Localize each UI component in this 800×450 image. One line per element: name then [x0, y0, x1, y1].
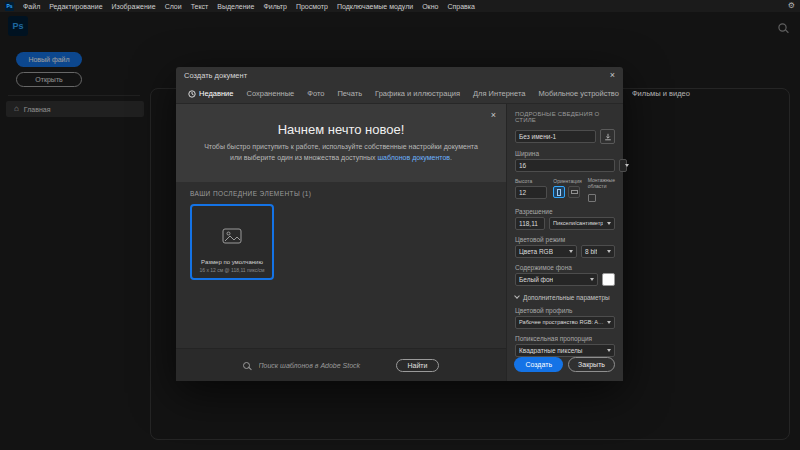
templates-link[interactable]: шаблонов документов — [377, 154, 450, 161]
advanced-options-toggle[interactable]: Дополнительные параметры — [515, 294, 615, 301]
menu-view[interactable]: Просмотр — [296, 3, 328, 10]
color-mode-label: Цветовой режим — [515, 236, 615, 243]
recent-items-section: ВАШИ ПОСЛЕДНИЕ ЭЛЕМЕНТЫ (1) Размер по ум… — [176, 182, 506, 348]
color-mode-select[interactable]: Цвета RGB — [515, 245, 577, 258]
clock-icon — [188, 90, 196, 98]
background-contents-select[interactable]: Белый фон — [515, 273, 598, 286]
gear-icon[interactable]: ⚙ — [788, 2, 795, 10]
width-label: Ширина — [515, 150, 615, 157]
chevron-down-icon — [625, 164, 629, 167]
document-name-input[interactable] — [515, 130, 596, 143]
template-search-input[interactable] — [257, 361, 389, 370]
chevron-down-icon — [590, 278, 594, 281]
save-preset-button[interactable] — [600, 129, 615, 144]
chevron-down-icon — [607, 349, 611, 352]
hero-subtitle: Чтобы быстро приступить к работе, исполь… — [202, 142, 480, 164]
find-button[interactable]: Найти — [396, 359, 440, 372]
tab-recent[interactable]: Недавние — [188, 89, 233, 98]
chevron-down-icon — [607, 250, 611, 253]
menu-help[interactable]: Справка — [447, 3, 474, 10]
photoshop-app-icon: Ps — [5, 2, 14, 11]
height-input[interactable] — [515, 186, 547, 199]
pixel-aspect-select[interactable]: Квадратные пикселы — [515, 344, 615, 357]
dialog-titlebar: Создать документ × — [176, 67, 623, 84]
download-icon — [604, 133, 612, 141]
background-contents-label: Содержимое фона — [515, 264, 615, 271]
recent-card-subtitle: 16 x 12 см @ 118,11 пикс/см — [199, 267, 264, 273]
orientation-landscape-button[interactable] — [568, 186, 580, 198]
tab-film-video[interactable]: Фильмы и видео — [632, 89, 690, 98]
tab-web[interactable]: Для Интернета — [473, 89, 525, 98]
hero-title: Начнем нечто новое! — [278, 122, 405, 137]
menu-text[interactable]: Текст — [191, 3, 209, 10]
resolution-unit-select[interactable]: Пиксели/сантиметр — [549, 217, 615, 230]
chevron-down-icon — [514, 293, 520, 299]
color-profile-label: Цветовой профиль — [515, 307, 615, 314]
dialog-title: Создать документ — [184, 71, 247, 80]
search-icon — [243, 362, 250, 369]
width-input[interactable] — [515, 159, 615, 172]
dialog-close-icon[interactable]: × — [610, 71, 615, 80]
orientation-label: Ориентация — [553, 178, 581, 184]
orientation-portrait-button[interactable] — [553, 186, 565, 198]
image-placeholder-icon — [222, 212, 242, 259]
tab-mobile[interactable]: Мобильное устройство — [538, 89, 618, 98]
color-profile-select[interactable]: Рабочее пространство RGB: Adobe... — [515, 316, 615, 329]
dialog-tabs: Недавние Сохраненные Фото Печать Графика… — [176, 84, 623, 104]
tab-art-illustration[interactable]: Графика и иллюстрация — [375, 89, 460, 98]
close-button[interactable]: Закрыть — [568, 357, 615, 372]
hero-close-icon[interactable]: × — [491, 111, 496, 120]
menu-window[interactable]: Окно — [422, 3, 438, 10]
tab-photo[interactable]: Фото — [307, 89, 324, 98]
menu-layers[interactable]: Слои — [165, 3, 182, 10]
resolution-label: Разрешение — [515, 208, 615, 215]
tab-saved[interactable]: Сохраненные — [246, 89, 294, 98]
create-document-dialog: Создать документ × Недавние Сохраненные … — [176, 67, 623, 381]
preset-details-panel: ПОДРОБНЫЕ СВЕДЕНИЯ О СТИЛЕ Ширина Сантим… — [506, 104, 623, 381]
tab-print[interactable]: Печать — [337, 89, 362, 98]
recent-item-card[interactable]: Размер по умолчанию 16 x 12 см @ 118,11 … — [190, 204, 274, 280]
hero-banner: Начнем нечто новое! Чтобы быстро приступ… — [176, 104, 506, 182]
menu-select[interactable]: Выделение — [217, 3, 254, 10]
dialog-content: Начнем нечто новое! Чтобы быстро приступ… — [176, 104, 506, 381]
pixel-aspect-label: Попиксельная пропорция — [515, 335, 615, 342]
template-search-bar: Найти — [176, 348, 506, 381]
chevron-down-icon — [607, 222, 611, 225]
menu-image[interactable]: Изображение — [112, 3, 156, 10]
menu-plugins[interactable]: Подключаемые модули — [337, 3, 413, 10]
create-button[interactable]: Создать — [514, 357, 563, 372]
preset-details-heading: ПОДРОБНЫЕ СВЕДЕНИЯ О СТИЛЕ — [515, 111, 615, 123]
recent-items-heading: ВАШИ ПОСЛЕДНИЕ ЭЛЕМЕНТЫ (1) — [190, 190, 492, 197]
height-label: Высота — [515, 178, 547, 184]
menubar: Ps Файл Редактирование Изображение Слои … — [0, 0, 800, 12]
chevron-down-icon — [607, 321, 611, 324]
units-select[interactable]: Сантиметры — [619, 159, 627, 172]
artboards-label: Монтажные области — [588, 178, 615, 190]
chevron-down-icon — [569, 250, 573, 253]
resolution-input[interactable] — [515, 217, 545, 230]
menu-filter[interactable]: Фильтр — [263, 3, 287, 10]
artboards-checkbox[interactable] — [588, 194, 596, 202]
recent-card-title: Размер по умолчанию — [201, 259, 263, 265]
menu-file[interactable]: Файл — [23, 3, 40, 10]
background-color-swatch[interactable] — [602, 273, 615, 286]
menu-edit[interactable]: Редактирование — [49, 3, 102, 10]
bit-depth-select[interactable]: 8 bit — [581, 245, 615, 258]
